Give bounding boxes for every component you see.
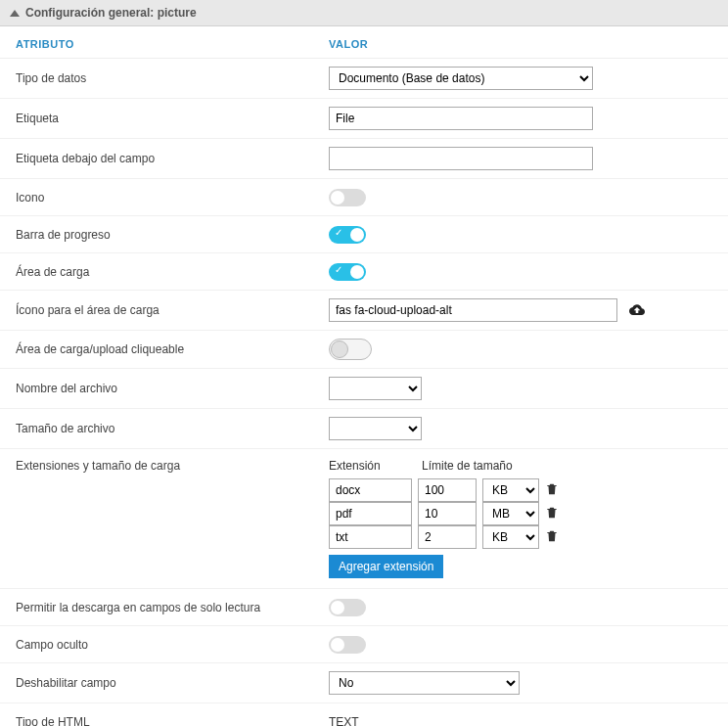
- deshabilitar-select[interactable]: No: [329, 671, 520, 695]
- label-campo-oculto: Campo oculto: [16, 638, 329, 652]
- trash-icon[interactable]: [545, 482, 559, 499]
- header-value: VALOR: [329, 38, 368, 50]
- row-deshabilitar: Deshabilitar campo No: [0, 663, 728, 703]
- limit-input[interactable]: [418, 502, 477, 525]
- header-attribute: ATRIBUTO: [16, 38, 329, 50]
- row-extensiones: Extensiones y tamaño de carga Extensión …: [0, 449, 728, 589]
- extension-input[interactable]: [329, 478, 412, 502]
- icono-toggle[interactable]: [329, 189, 366, 206]
- row-permitir-descarga: Permitir la descarga en campos de solo l…: [0, 589, 728, 626]
- row-data-type: Tipo de datos Documento (Base de datos): [0, 59, 728, 99]
- permitir-descarga-toggle[interactable]: [329, 599, 366, 616]
- row-etiqueta: Etiqueta: [0, 99, 728, 139]
- etiqueta-input[interactable]: [329, 107, 593, 130]
- label-icono: Icono: [16, 191, 329, 204]
- label-area-click: Área de carga/upload cliqueable: [16, 342, 329, 356]
- panel-title: Configuración general: picture: [25, 6, 197, 20]
- trash-icon[interactable]: [545, 506, 559, 522]
- extension-row: MB: [329, 502, 559, 525]
- label-barra-progreso: Barra de progreso: [16, 228, 329, 242]
- trash-icon[interactable]: [545, 529, 559, 546]
- row-campo-oculto: Campo oculto: [0, 626, 728, 663]
- barra-progreso-toggle[interactable]: ✓: [329, 226, 366, 244]
- label-area-carga: Área de carga: [16, 265, 329, 279]
- row-tamano-archivo: Tamaño de archivo: [0, 409, 728, 449]
- label-etiqueta: Etiqueta: [16, 112, 329, 125]
- ext-header-limit: Límite de tamaño: [422, 459, 513, 473]
- area-click-toggle[interactable]: [329, 339, 372, 360]
- row-area-click: Área de carga/upload cliqueable: [0, 331, 728, 369]
- row-etiqueta-debajo: Etiqueta debajo del campo: [0, 139, 728, 179]
- unit-select[interactable]: KB: [482, 478, 539, 502]
- row-barra-progreso: Barra de progreso ✓: [0, 216, 728, 253]
- label-etiqueta-debajo: Etiqueta debajo del campo: [16, 152, 329, 165]
- extension-input[interactable]: [329, 502, 412, 525]
- label-data-type: Tipo de datos: [16, 71, 329, 85]
- label-nombre-archivo: Nombre del archivo: [16, 382, 329, 395]
- limit-input[interactable]: [418, 478, 477, 502]
- etiqueta-debajo-input[interactable]: [329, 147, 593, 170]
- data-type-select[interactable]: Documento (Base de datos): [329, 67, 593, 90]
- extension-input[interactable]: [329, 525, 412, 549]
- row-tipo-html: Tipo de HTML TEXT: [0, 703, 728, 726]
- nombre-archivo-select[interactable]: [329, 377, 422, 400]
- label-extensiones: Extensiones y tamaño de carga: [16, 459, 329, 473]
- unit-select[interactable]: KB: [482, 525, 539, 549]
- row-area-carga: Área de carga ✓: [0, 253, 728, 291]
- row-nombre-archivo: Nombre del archivo: [0, 369, 728, 409]
- campo-oculto-toggle[interactable]: [329, 636, 366, 654]
- icono-area-input[interactable]: [329, 298, 617, 322]
- limit-input[interactable]: [418, 525, 477, 549]
- label-permitir-descarga: Permitir la descarga en campos de solo l…: [16, 601, 329, 614]
- tipo-html-value: TEXT: [329, 715, 359, 727]
- tamano-archivo-select[interactable]: [329, 417, 422, 440]
- extension-row: KB: [329, 525, 559, 549]
- table-header: ATRIBUTO VALOR: [0, 26, 728, 59]
- collapse-icon: [10, 10, 20, 17]
- cloud-upload-icon: [629, 302, 645, 319]
- area-carga-toggle[interactable]: ✓: [329, 263, 366, 281]
- ext-header-extension: Extensión: [329, 459, 412, 473]
- label-icono-area: Ícono para el área de carga: [16, 303, 329, 317]
- label-tipo-html: Tipo de HTML: [16, 715, 329, 727]
- unit-select[interactable]: MB: [482, 502, 539, 525]
- row-icono-area: Ícono para el área de carga: [0, 291, 728, 331]
- extension-row: KB: [329, 478, 559, 502]
- label-deshabilitar: Deshabilitar campo: [16, 676, 329, 690]
- label-tamano-archivo: Tamaño de archivo: [16, 422, 329, 435]
- panel-header[interactable]: Configuración general: picture: [0, 0, 728, 26]
- row-icono: Icono: [0, 179, 728, 216]
- add-extension-button[interactable]: Agregar extensión: [329, 555, 443, 578]
